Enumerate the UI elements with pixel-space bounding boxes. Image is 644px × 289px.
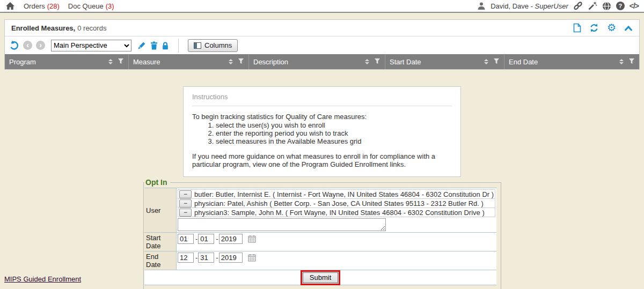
column-header-description[interactable]: Description — [248, 54, 385, 69]
calendar-icon[interactable] — [248, 235, 256, 243]
filter-icon[interactable] — [238, 58, 244, 66]
globe-icon[interactable] — [602, 2, 611, 11]
wand-icon[interactable] — [588, 1, 597, 11]
user-role: SuperUser — [535, 2, 568, 10]
user-icon — [477, 2, 486, 10]
opt-in-fieldset: Opt In User − butler: Butler, Internist … — [143, 178, 501, 289]
end-date-month-input[interactable] — [178, 253, 194, 263]
start-date-day-input[interactable] — [198, 234, 214, 244]
collapse-icon[interactable] — [624, 25, 633, 32]
lock-icon[interactable] — [162, 41, 169, 50]
help-icon[interactable]: ? — [616, 2, 625, 10]
end-date-label: End Date — [144, 251, 177, 270]
end-date-row: End Date - - — [144, 251, 496, 270]
user-list: − butler: Butler, Internist E. ( Interni… — [177, 188, 496, 232]
remove-user-button[interactable]: − — [179, 190, 192, 198]
home-icon[interactable] — [5, 2, 15, 10]
user-label: User — [144, 188, 177, 232]
sort-icon[interactable] — [484, 59, 488, 64]
user-entry: − physician3: Sample, John M. ( Fort Way… — [178, 208, 495, 217]
perspective-select[interactable]: Main Perspective — [51, 40, 131, 51]
sort-icon[interactable] — [365, 59, 369, 64]
instructions-panel: Instructions To begin tracking statistic… — [183, 86, 461, 177]
submit-row: Submit — [144, 270, 496, 285]
nav-doc-queue[interactable]: Doc Queue (3) — [68, 2, 114, 10]
nav-orders[interactable]: Orders (28) — [24, 2, 60, 10]
calendar-icon[interactable] — [248, 254, 256, 262]
grid-header-row: Program Measure Description Start Date — [5, 54, 639, 69]
link-icon[interactable] — [573, 1, 583, 11]
grid-toolbar: ‹ › Main Perspective Columns — [5, 36, 639, 54]
filter-icon[interactable] — [118, 58, 124, 66]
remove-user-button[interactable]: − — [179, 199, 192, 208]
nav-doc-queue-label: Doc Queue — [68, 2, 104, 10]
start-date-month-input[interactable] — [178, 234, 194, 244]
mips-guided-enrollment-link[interactable]: MIPS Guided Enrollment — [4, 275, 81, 283]
user-row: User − butler: Butler, Internist E. ( In… — [144, 188, 496, 232]
column-header-start-date[interactable]: Start Date — [385, 54, 504, 69]
filter-icon[interactable] — [374, 58, 380, 66]
code-icon[interactable]: </> — [630, 2, 639, 10]
start-date-label: Start Date — [144, 233, 177, 251]
delete-icon[interactable] — [150, 41, 158, 50]
nav-orders-label: Orders — [24, 2, 45, 10]
back-icon[interactable]: ‹ — [23, 41, 32, 50]
nav-orders-count: (28) — [47, 2, 60, 10]
forward-icon[interactable]: › — [36, 41, 45, 50]
columns-icon — [194, 42, 201, 49]
submit-button[interactable]: Submit — [303, 272, 338, 283]
columns-button[interactable]: Columns — [188, 39, 238, 52]
start-date-row: Start Date - - — [144, 232, 496, 251]
record-count: 0 records — [77, 24, 106, 32]
instruction-step: select the user(s) you wish to enroll — [216, 121, 452, 129]
submit-highlight-annotation: Submit — [301, 270, 340, 285]
user-entry-text: physician: Patel, Ashish ( Better Corp. … — [194, 199, 484, 208]
opt-in-form: User − butler: Butler, Internist E. ( In… — [144, 188, 496, 285]
refresh-icon[interactable] — [589, 23, 599, 33]
topbar: Orders (28) Doc Queue (3) David, Dave - … — [0, 0, 644, 13]
sort-icon[interactable] — [108, 59, 113, 64]
gear-icon[interactable]: ⚙ — [607, 23, 616, 33]
current-user: David, Dave - SuperUser — [491, 2, 568, 10]
column-header-measure[interactable]: Measure — [128, 54, 248, 69]
instructions-title: Instructions — [192, 93, 452, 106]
toolbar-divider — [178, 39, 179, 53]
panel-header: Enrolled Measures,0 records ⚙ — [5, 20, 639, 36]
instructions-intro: To begin tracking statistics for Quality… — [192, 113, 452, 121]
sort-icon[interactable] — [619, 59, 624, 64]
end-date-day-input[interactable] — [198, 253, 214, 263]
instructions-steps: select the user(s) you wish to enroll en… — [192, 121, 452, 145]
filter-icon[interactable] — [493, 58, 500, 66]
nav-doc-queue-count: (3) — [106, 2, 114, 10]
user-entry-text: physician3: Sample, John M. ( Fort Wayne… — [194, 209, 485, 217]
instruction-step: enter the reporting period you wish to t… — [216, 129, 452, 137]
instructions-outro: If you need more guidance on what measur… — [192, 152, 452, 168]
end-date-year-input[interactable] — [219, 253, 243, 263]
filter-icon[interactable] — [628, 58, 635, 66]
sort-icon[interactable] — [229, 59, 233, 64]
remove-user-button[interactable]: − — [179, 209, 192, 217]
start-date-year-input[interactable] — [219, 234, 243, 244]
panel-title: Enrolled Measures,0 records — [11, 24, 106, 32]
column-header-program[interactable]: Program — [5, 54, 128, 69]
column-header-end-date[interactable]: End Date — [504, 54, 639, 69]
new-document-icon[interactable] — [573, 23, 581, 33]
edit-icon[interactable] — [137, 41, 147, 50]
opt-in-legend: Opt In — [144, 178, 170, 187]
user-entry: − physician: Patel, Ashish ( Better Corp… — [178, 198, 495, 208]
enrolled-measures-panel: Enrolled Measures,0 records ⚙ ‹ › Main P… — [4, 19, 640, 70]
undo-icon[interactable] — [9, 40, 19, 50]
user-entry: − butler: Butler, Internist E. ( Interni… — [178, 189, 495, 199]
user-entry-text: butler: Butler, Internist E. ( Internist… — [194, 190, 494, 198]
instruction-step: select measures in the Available Measure… — [216, 137, 452, 145]
user-search-input[interactable] — [178, 218, 386, 231]
